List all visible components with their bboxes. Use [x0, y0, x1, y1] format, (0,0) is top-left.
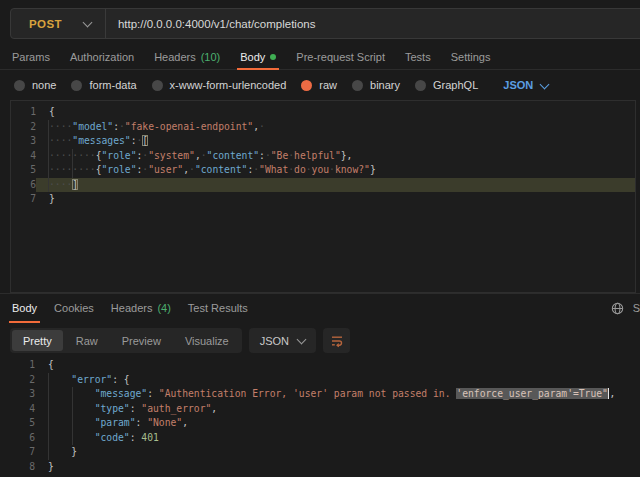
code-token: "Be·helpful" — [271, 150, 341, 161]
code-token: "error" — [71, 374, 112, 385]
tab-label: Body — [240, 51, 265, 63]
radio-label: x-www-form-urlencoded — [170, 79, 287, 91]
chevron-down-icon — [540, 79, 550, 89]
code-line[interactable]: 4 "type": "auth_error", — [10, 402, 640, 417]
wrap-text-icon — [330, 334, 344, 348]
radio-label: binary — [370, 79, 400, 91]
radio-icon — [14, 80, 25, 91]
indent-guide — [72, 387, 73, 445]
format-label: JSON — [260, 335, 289, 347]
tab-params[interactable]: Params — [12, 45, 50, 69]
code-token: "type" — [95, 403, 130, 414]
view-pretty[interactable]: Pretty — [12, 330, 63, 351]
response-tab-headers[interactable]: Headers (4) — [111, 294, 171, 322]
code-content: "error": { — [35, 373, 640, 388]
tab-settings[interactable]: Settings — [451, 45, 491, 69]
view-visualize[interactable]: Visualize — [174, 330, 240, 351]
response-tab-body[interactable]: Body — [12, 294, 37, 322]
code-line[interactable]: 2 "error": { — [10, 373, 640, 388]
tab-body[interactable]: Body — [240, 45, 276, 69]
code-line[interactable]: 3····"messages":·[ — [11, 134, 635, 149]
code-token — [48, 374, 71, 385]
response-format-select[interactable]: JSON — [249, 328, 316, 353]
request-body-editor[interactable]: 1{2····"model":·"fake-openai-endpoint",·… — [10, 100, 636, 293]
tab-tests[interactable]: Tests — [405, 45, 431, 69]
code-token: "role" — [102, 150, 137, 161]
code-line[interactable]: 7} — [11, 192, 635, 207]
radio-x-www-form-urlencoded[interactable]: x-www-form-urlencoded — [152, 79, 287, 91]
radio-raw[interactable]: raw — [301, 79, 337, 91]
indent-guide — [48, 120, 49, 193]
tab-label: Tests — [405, 51, 431, 63]
code-line[interactable]: 8} — [10, 460, 640, 475]
code-line[interactable]: 3 "message": "Authentication Error, 'use… — [10, 387, 640, 402]
tab-label: Authorization — [70, 51, 134, 63]
code-line[interactable]: 1{ — [10, 358, 640, 373]
line-number: 7 — [10, 445, 35, 460]
radio-binary[interactable]: binary — [352, 79, 400, 91]
code-token: "What·do·you·know?" — [259, 164, 370, 175]
selected-text: 'enforce_user_param'=True" — [456, 388, 608, 399]
code-token: ···· — [49, 179, 72, 190]
radio-icon — [415, 80, 426, 91]
indent-guide — [72, 149, 73, 178]
wrap-text-button[interactable] — [323, 328, 350, 353]
code-token — [48, 446, 71, 457]
tab-authorization[interactable]: Authorization — [70, 45, 134, 69]
code-line[interactable]: 1{ — [11, 105, 635, 120]
code-line[interactable]: 5 "param": "None", — [10, 416, 640, 431]
code-token: } — [49, 193, 55, 204]
code-line[interactable]: 2····"model":·"fake-openai-endpoint",· — [11, 120, 635, 135]
code-content: ····] — [36, 178, 635, 193]
code-token: ···· — [49, 121, 72, 132]
response-tab-test-results[interactable]: Test Results — [188, 294, 248, 322]
whitespace-dots: · — [288, 150, 294, 161]
url-input[interactable]: http://0.0.0.0:4000/v1/chat/completions — [118, 18, 316, 30]
code-content: } — [35, 460, 640, 475]
view-preview[interactable]: Preview — [111, 330, 172, 351]
response-body-viewer[interactable]: 1{2 "error": {3 "message": "Authenticati… — [10, 358, 640, 477]
code-token: ] — [72, 179, 78, 190]
line-number: 7 — [11, 192, 36, 207]
radio-selected-icon — [301, 80, 312, 91]
whitespace-dots: · — [329, 164, 335, 175]
code-token: } — [48, 461, 54, 472]
code-content: "type": "auth_error", — [35, 402, 640, 417]
code-token: "fake-openai-endpoint" — [125, 121, 253, 132]
code-token: , — [211, 403, 217, 414]
radio-graphql[interactable]: GraphQL — [415, 79, 478, 91]
code-line[interactable]: 6····] — [11, 178, 635, 193]
globe-icon[interactable] — [611, 302, 624, 315]
code-line[interactable]: 5········{"role":·"user",·"content":·"Wh… — [11, 163, 635, 178]
line-number: 5 — [11, 163, 36, 178]
code-content: "code": 401 — [35, 431, 640, 446]
response-tab-cookies[interactable]: Cookies — [54, 294, 94, 322]
code-token: , — [182, 417, 188, 428]
request-code: 1{2····"model":·"fake-openai-endpoint",·… — [11, 105, 635, 207]
code-line[interactable]: 4········{"role":·"system",·"content":·"… — [11, 149, 635, 164]
whitespace-dots: · — [259, 121, 265, 132]
code-line[interactable]: 6 "code": 401 — [10, 431, 640, 446]
view-switcher: Pretty Raw Preview Visualize — [10, 328, 242, 353]
response-code: 1{2 "error": {3 "message": "Authenticati… — [10, 358, 640, 474]
code-line[interactable]: 7 } — [10, 445, 640, 460]
request-url-bar: POST http://0.0.0.0:4000/v1/chat/complet… — [10, 8, 640, 39]
tab-headers[interactable]: Headers (10) — [154, 45, 220, 69]
radio-none[interactable]: none — [14, 79, 56, 91]
request-tabs: Params Authorization Headers (10) Body P… — [0, 45, 640, 70]
code-content: ····"messages":·[ — [36, 134, 635, 149]
whitespace-dots: ···· — [49, 121, 72, 132]
body-format-select[interactable]: JSON — [503, 79, 548, 91]
code-token: "None" — [147, 417, 182, 428]
code-token: "Authentication Error, 'user' param not … — [159, 388, 456, 399]
status-text-clipped: S — [633, 302, 640, 314]
view-raw[interactable]: Raw — [65, 330, 109, 351]
chevron-down-icon[interactable] — [82, 18, 92, 28]
tab-pre-request-script[interactable]: Pre-request Script — [296, 45, 385, 69]
code-token: "model" — [72, 121, 113, 132]
code-token: { — [124, 374, 130, 385]
radio-icon — [152, 80, 163, 91]
radio-form-data[interactable]: form-data — [71, 79, 136, 91]
method-selector[interactable]: POST — [11, 18, 62, 30]
radio-label: form-data — [89, 79, 136, 91]
